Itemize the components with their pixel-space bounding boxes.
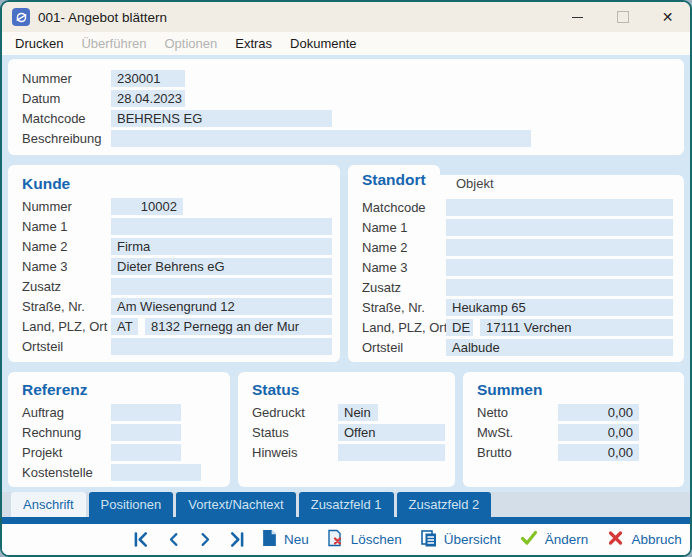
uebersicht-label: Übersicht <box>444 532 501 547</box>
last-record-button[interactable] <box>228 530 246 550</box>
projekt-field[interactable] <box>111 444 181 461</box>
field-label-nummer: Nummer <box>22 71 111 86</box>
status-label-hinweis: Hinweis <box>252 445 338 460</box>
neu-button[interactable]: Neu <box>262 529 309 550</box>
delete-document-icon <box>328 529 344 550</box>
hinweis-field[interactable] <box>338 444 445 461</box>
standort-label-ortsteil: Ortsteil <box>362 340 446 355</box>
status-title: Status <box>252 378 455 402</box>
kunde-label-name2: Name 2 <box>22 239 111 254</box>
summen-label-brutto: Brutto <box>477 445 558 460</box>
first-record-button[interactable] <box>132 530 150 550</box>
standort-matchcode-field[interactable] <box>446 199 673 216</box>
menu-item-dokumente[interactable]: Dokumente <box>281 36 365 51</box>
tab-zusatzfeld-1[interactable]: Zusatzfeld 1 <box>299 492 394 517</box>
kunde-label-name1: Name 1 <box>22 219 111 234</box>
next-record-button[interactable] <box>196 530 214 550</box>
kunde-zusatz-field[interactable] <box>111 278 332 295</box>
app-window: 001- Angebot blättern ✕ Drucken Überführ… <box>0 0 692 557</box>
kostenstelle-field[interactable] <box>111 464 201 481</box>
kunde-plz-ort-field[interactable]: 8132 Pernegg an der Mur <box>145 318 332 335</box>
referenz-title: Referenz <box>22 378 230 402</box>
kunde-label-name3: Name 3 <box>22 259 111 274</box>
kunde-land-field[interactable]: AT <box>111 318 138 335</box>
kunde-name2-field[interactable]: Firma <box>111 238 332 255</box>
kunde-ortsteil-field[interactable] <box>111 338 332 355</box>
kunde-name3-field[interactable]: Dieter Behrens eG <box>111 258 332 275</box>
tab-zusatzfeld-2[interactable]: Zusatzfeld 2 <box>397 492 492 517</box>
menu-item-drucken[interactable]: Drucken <box>6 36 72 51</box>
kunde-strasse-field[interactable]: Am Wiesengrund 12 <box>111 298 332 315</box>
neu-label: Neu <box>284 532 309 547</box>
tab-standort[interactable]: Standort <box>348 165 440 195</box>
loeschen-label: Löschen <box>351 532 402 547</box>
loeschen-button[interactable]: Löschen <box>328 529 402 550</box>
menu-item-ueberfuehren: Überführen <box>72 36 155 51</box>
field-label-beschreibung: Beschreibung <box>22 131 111 146</box>
previous-record-button[interactable] <box>164 530 182 550</box>
minimize-button[interactable] <box>555 2 600 32</box>
standort-land-field[interactable]: DE <box>446 319 473 336</box>
beschreibung-field[interactable] <box>111 130 531 147</box>
standort-name1-field[interactable] <box>446 219 673 236</box>
standort-name2-field[interactable] <box>446 239 673 256</box>
kunde-name1-field[interactable] <box>111 218 332 235</box>
kunde-nummer-field[interactable]: 10002 <box>111 198 183 215</box>
menu-bar: Drucken Überführen Optionen Extras Dokum… <box>2 32 690 55</box>
title-bar: 001- Angebot blättern ✕ <box>2 2 690 32</box>
content-area: Nummer 230001 Datum 28.04.2023 Matchcode… <box>2 55 690 555</box>
mwst-field: 0,00 <box>558 424 639 441</box>
nummer-field[interactable]: 230001 <box>111 70 185 87</box>
aendern-button[interactable]: Ändern <box>520 530 589 549</box>
kunde-panel: Kunde Nummer 10002 Name 1 Name 2 Firma N… <box>8 165 340 362</box>
status-label-gedruckt: Gedruckt <box>252 405 338 420</box>
standort-strasse-field[interactable]: Heukamp 65 <box>446 299 673 316</box>
standort-label-name2: Name 2 <box>362 240 446 255</box>
standort-ortsteil-field[interactable]: Aalbude <box>446 339 673 356</box>
kunde-label-ortsteil: Ortsteil <box>22 339 111 354</box>
field-label-datum: Datum <box>22 91 111 106</box>
abbruch-button[interactable]: Abbruch <box>607 530 681 549</box>
status-label-status: Status <box>252 425 338 440</box>
close-button[interactable]: ✕ <box>645 2 690 32</box>
datum-field[interactable]: 28.04.2023 <box>111 90 185 107</box>
status-field[interactable]: Offen <box>338 424 445 441</box>
uebersicht-button[interactable]: Übersicht <box>421 530 501 550</box>
standort-label-matchcode: Matchcode <box>362 200 446 215</box>
auftrag-field[interactable] <box>111 404 181 421</box>
standort-label-name1: Name 1 <box>362 220 446 235</box>
summen-panel: Summen Netto 0,00 MwSt. 0,00 Brutto 0,00 <box>463 372 684 487</box>
summen-label-mwst: MwSt. <box>477 425 558 440</box>
brutto-field: 0,00 <box>558 444 639 461</box>
tab-objekt[interactable]: Objekt <box>446 172 504 195</box>
referenz-panel: Referenz Auftrag Rechnung Projekt Kosten… <box>8 372 230 487</box>
matchcode-field[interactable]: BEHRENS EG <box>111 110 332 127</box>
netto-field: 0,00 <box>558 404 639 421</box>
overview-list-icon <box>421 530 437 550</box>
kunde-title: Kunde <box>22 172 340 196</box>
abbruch-label: Abbruch <box>631 532 681 547</box>
green-check-icon <box>520 530 538 549</box>
standort-label-zusatz: Zusatz <box>362 280 446 295</box>
tab-anschrift[interactable]: Anschrift <box>11 492 86 517</box>
window-title: 001- Angebot blättern <box>38 10 167 25</box>
menu-item-optionen: Optionen <box>155 36 226 51</box>
gedruckt-field[interactable]: Nein <box>338 404 378 421</box>
tab-vortext-nachtext[interactable]: Vortext/Nachtext <box>176 492 295 517</box>
standort-plz-ort-field[interactable]: 17111 Verchen <box>480 319 673 336</box>
kunde-label-zusatz: Zusatz <box>22 279 111 294</box>
standort-name3-field[interactable] <box>446 259 673 276</box>
standort-label-strasse: Straße, Nr. <box>362 300 446 315</box>
kunde-label-nummer: Nummer <box>22 199 111 214</box>
field-label-matchcode: Matchcode <box>22 111 111 126</box>
standort-label-land-plz-ort: Land, PLZ, Ort <box>362 320 446 335</box>
summen-label-netto: Netto <box>477 405 558 420</box>
rechnung-field[interactable] <box>111 424 181 441</box>
tab-positionen[interactable]: Positionen <box>89 492 174 517</box>
standort-zusatz-field[interactable] <box>446 279 673 296</box>
app-logo-icon <box>12 8 30 26</box>
referenz-label-projekt: Projekt <box>22 445 111 460</box>
standort-panel: Standort Objekt Matchcode Name 1 Name 2 … <box>348 175 684 362</box>
bottom-toolbar: Neu Löschen Übersicht Ändern <box>2 524 690 555</box>
menu-item-extras[interactable]: Extras <box>226 36 281 51</box>
